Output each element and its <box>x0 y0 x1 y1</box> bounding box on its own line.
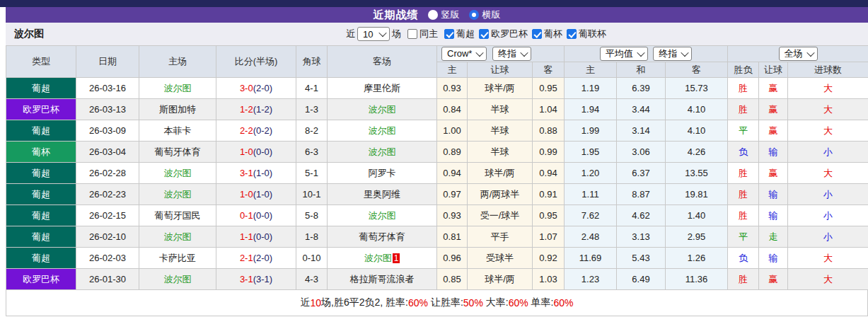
euro-time-select[interactable]: 终指 <box>653 47 692 61</box>
cell-euro-away-odds: 13.55 <box>666 163 728 184</box>
cell-asia-handicap-line: 半球 <box>468 142 533 163</box>
cell-date: 26-03-09 <box>76 120 139 142</box>
result-scope-select[interactable]: 全场 <box>779 47 818 61</box>
cell-euro-home-odds: 1.11 <box>565 184 617 205</box>
cell-home-team: 卡萨比亚 <box>139 248 216 269</box>
match-count-select[interactable]: 10 <box>357 27 390 41</box>
league-badge: 欧罗巴杯 <box>6 269 76 290</box>
asia-source-select[interactable]: Crow* <box>441 47 487 61</box>
radio-vertical-layout[interactable]: 竖版 <box>428 8 460 21</box>
same-home-checkbox[interactable]: 同主 <box>403 28 438 40</box>
league-badge: 葡超 <box>6 184 76 205</box>
table-row: 葡超26-02-28波尔图3-1(1-0)5-1阿罗卡0.94球半/两0.941… <box>6 163 868 184</box>
half-time-score: (2-0) <box>253 253 272 263</box>
cell-date: 26-01-30 <box>76 269 139 290</box>
cell-date: 26-02-15 <box>76 205 139 226</box>
table-row: 葡超26-03-09本菲卡2-2(0-2)8-2波尔图1.00半球0.881.9… <box>6 120 868 142</box>
cell-euro-draw-odds: 4.62 <box>617 205 666 226</box>
col-header-corner: 角球 <box>296 46 328 78</box>
half-time-score: (0-0) <box>253 231 272 242</box>
cell-corners: 10-1 <box>296 184 328 205</box>
cell-euro-away-odds: 2.95 <box>666 226 728 248</box>
cell-asia-home-odds: 0.97 <box>437 184 468 205</box>
table-row: 葡超26-02-03卡萨比亚2-1(2-0)0-10波尔图10.96受球半0.9… <box>6 248 868 269</box>
cell-euro-away-odds: 15.73 <box>666 78 728 99</box>
half-time-score: (0-0) <box>253 210 272 221</box>
col-header-euro-home: 主 <box>565 62 617 78</box>
league-checkbox-4[interactable]: 葡联杯 <box>562 28 606 40</box>
cell-date: 26-02-28 <box>76 163 139 184</box>
league-badge: 葡超 <box>6 163 76 184</box>
cell-euro-away-odds: 4.10 <box>666 99 728 120</box>
cell-away-team: 波尔图1 <box>328 248 437 269</box>
cell-asia-away-odds: 0.99 <box>533 142 565 163</box>
team-name: 里奥阿维 <box>364 189 400 200</box>
col-header-type: 类型 <box>6 46 76 78</box>
team-name: 波尔图 <box>164 274 192 284</box>
cell-result-wdl: 平 <box>728 226 759 248</box>
cell-euro-away-odds: 19.81 <box>666 184 728 205</box>
cell-home-team: 波尔图 <box>139 269 216 290</box>
summary-segment: 近 <box>301 296 311 309</box>
summary-segment: 60% <box>509 297 528 309</box>
cell-score: 3-1(1-0) <box>216 163 296 184</box>
full-time-score: 1-0 <box>240 146 253 157</box>
col-header-asia-away: 客 <box>533 62 565 78</box>
cell-corners: 4-3 <box>296 269 328 290</box>
cell-home-team: 波尔图 <box>139 78 216 99</box>
cell-away-team: 摩里伦斯 <box>328 78 437 99</box>
half-time-score: (2-0) <box>253 83 272 93</box>
cell-euro-home-odds: 1.23 <box>565 269 617 290</box>
team-name: 波尔图 <box>369 125 396 136</box>
euro-time-value: 终指 <box>659 47 677 60</box>
league-checkbox-1[interactable]: 葡超 <box>440 28 475 40</box>
cell-asia-home-odds: 0.93 <box>437 78 468 99</box>
radio-horizontal-layout[interactable]: 横版 <box>469 8 501 21</box>
cell-asia-handicap-line: 球半/两 <box>468 78 533 99</box>
cell-result-goals: 小 <box>788 142 868 163</box>
league-checkbox-2[interactable]: 欧罗巴杯 <box>475 28 528 40</box>
top-navy-bar <box>0 0 868 7</box>
checkbox-checked-icon <box>479 29 489 39</box>
match-count-value: 10 <box>363 29 373 40</box>
cell-asia-home-odds: 1.00 <box>437 120 468 142</box>
cell-result-wdl: 胜 <box>728 184 759 205</box>
cell-score: 1-0(1-0) <box>216 184 296 205</box>
checkbox-checked-icon <box>444 29 454 39</box>
full-time-score: 1-1 <box>240 231 253 242</box>
full-time-score: 3-0 <box>240 83 253 93</box>
focus-team-name: 波尔图 <box>14 28 44 40</box>
cell-euro-home-odds: 11.69 <box>565 248 617 269</box>
cell-home-team: 葡萄牙体育 <box>139 142 216 163</box>
cell-asia-home-odds: 0.84 <box>437 99 468 120</box>
half-time-score: (1-0) <box>253 168 272 178</box>
cell-asia-away-odds: 1.04 <box>533 99 565 120</box>
cell-result-goals: 大 <box>788 120 868 142</box>
summary-footer: 近10场,胜6平2负2, 胜率:60% 让胜率:50% 大率:60% 单率:60… <box>6 290 868 316</box>
half-time-score: (0-2) <box>253 125 272 136</box>
cell-home-team: 斯图加特 <box>139 99 216 120</box>
full-time-score: 3-1 <box>240 168 253 178</box>
recent-results-panel: 近期战绩 竖版 横版 波尔图 近 10 场 同主 <box>0 0 868 316</box>
cell-result-wdl: 胜 <box>728 205 759 226</box>
col-header-euro-away: 客 <box>666 62 728 78</box>
cell-away-team: 波尔图 <box>328 120 437 142</box>
matches-label: 场 <box>392 28 401 40</box>
cell-asia-handicap-line: 两/两球半 <box>468 184 533 205</box>
cell-result-handicap: 输 <box>759 142 788 163</box>
team-name: 波尔图 <box>164 231 192 242</box>
cell-euro-draw-odds: 3.14 <box>617 120 666 142</box>
cell-corners: 5-8 <box>296 205 328 226</box>
recent-matches-table: 类型 日期 主场 比分(半场) 角球 客场 Crow* 终指 平均值 终指 <box>6 45 868 290</box>
asia-time-select[interactable]: 终指 <box>492 47 531 61</box>
full-time-score: 2-1 <box>240 253 253 263</box>
cell-corners: 1-8 <box>296 226 328 248</box>
team-name: 本菲卡 <box>164 125 192 136</box>
league-badge: 葡杯 <box>6 142 76 163</box>
cell-euro-home-odds: 1.19 <box>565 78 617 99</box>
league-checkbox-3[interactable]: 葡杯 <box>528 28 562 40</box>
euro-source-select[interactable]: 平均值 <box>600 47 648 61</box>
cell-euro-draw-odds: 3.13 <box>617 226 666 248</box>
full-time-score: 0-1 <box>240 210 253 221</box>
league-label: 葡超 <box>456 28 475 40</box>
